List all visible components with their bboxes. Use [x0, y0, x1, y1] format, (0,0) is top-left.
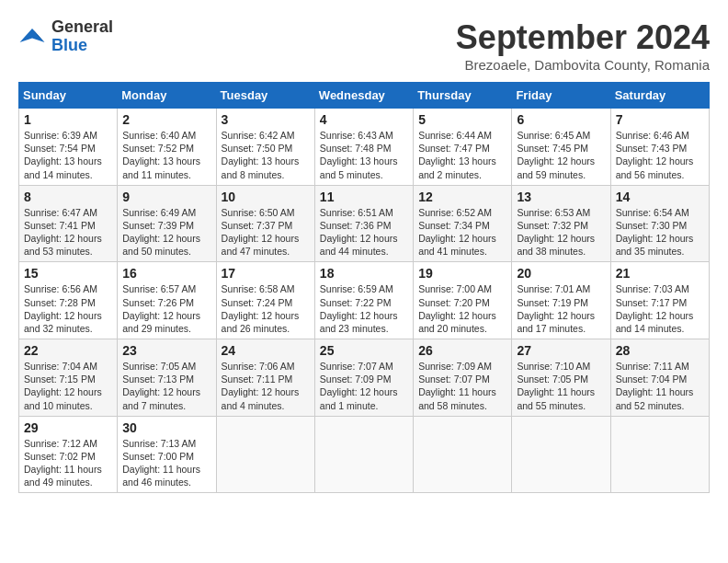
calendar-day-cell: 26Sunrise: 7:09 AMSunset: 7:07 PMDayligh…	[414, 339, 512, 417]
month-title: September 2024	[456, 18, 710, 57]
column-header-saturday: Saturday	[610, 83, 709, 109]
day-number: 7	[616, 112, 704, 127]
day-number: 22	[24, 343, 112, 358]
day-number: 26	[418, 343, 506, 358]
day-info: Sunrise: 7:10 AMSunset: 7:05 PMDaylight:…	[517, 360, 605, 412]
calendar-day-cell	[216, 416, 314, 493]
calendar-week-row: 29Sunrise: 7:12 AMSunset: 7:02 PMDayligh…	[19, 416, 710, 493]
calendar-day-cell: 8Sunrise: 6:47 AMSunset: 7:41 PMDaylight…	[19, 185, 118, 262]
logo-text: General Blue	[51, 18, 113, 55]
calendar-day-cell: 22Sunrise: 7:04 AMSunset: 7:15 PMDayligh…	[19, 339, 118, 417]
column-header-sunday: Sunday	[19, 83, 118, 109]
day-number: 12	[418, 190, 506, 204]
day-number: 5	[418, 112, 506, 127]
calendar-week-row: 8Sunrise: 6:47 AMSunset: 7:41 PMDaylight…	[19, 185, 710, 262]
calendar-day-cell: 21Sunrise: 7:03 AMSunset: 7:17 PMDayligh…	[610, 262, 709, 339]
calendar-day-cell: 4Sunrise: 6:43 AMSunset: 7:48 PMDaylight…	[314, 109, 413, 186]
day-info: Sunrise: 6:39 AMSunset: 7:54 PMDaylight:…	[24, 129, 112, 181]
calendar-day-cell: 7Sunrise: 6:46 AMSunset: 7:43 PMDaylight…	[610, 109, 709, 186]
day-number: 11	[320, 190, 408, 204]
column-header-monday: Monday	[118, 83, 216, 109]
day-info: Sunrise: 6:54 AMSunset: 7:30 PMDaylight:…	[616, 206, 704, 259]
calendar-day-cell: 9Sunrise: 6:49 AMSunset: 7:39 PMDaylight…	[118, 185, 216, 262]
calendar-day-cell: 2Sunrise: 6:40 AMSunset: 7:52 PMDaylight…	[118, 109, 216, 186]
day-number: 28	[616, 343, 704, 358]
day-info: Sunrise: 7:06 AMSunset: 7:11 PMDaylight:…	[222, 360, 310, 412]
calendar-day-cell: 23Sunrise: 7:05 AMSunset: 7:13 PMDayligh…	[118, 339, 216, 417]
day-number: 3	[222, 112, 310, 127]
day-number: 2	[122, 112, 210, 127]
day-info: Sunrise: 6:46 AMSunset: 7:43 PMDaylight:…	[616, 129, 704, 181]
calendar-day-cell: 18Sunrise: 6:59 AMSunset: 7:22 PMDayligh…	[314, 262, 413, 339]
calendar-header-row: SundayMondayTuesdayWednesdayThursdayFrid…	[19, 83, 710, 109]
day-number: 25	[320, 343, 408, 358]
calendar-table: SundayMondayTuesdayWednesdayThursdayFrid…	[18, 82, 710, 493]
day-info: Sunrise: 6:59 AMSunset: 7:22 PMDaylight:…	[320, 282, 408, 335]
column-header-wednesday: Wednesday	[314, 83, 413, 109]
day-info: Sunrise: 7:05 AMSunset: 7:13 PMDaylight:…	[122, 360, 210, 412]
page-header: General Blue September 2024 Brezoaele, D…	[18, 18, 710, 73]
day-info: Sunrise: 6:57 AMSunset: 7:26 PMDaylight:…	[122, 282, 210, 335]
day-number: 30	[122, 420, 210, 435]
calendar-day-cell: 19Sunrise: 7:00 AMSunset: 7:20 PMDayligh…	[414, 262, 512, 339]
calendar-day-cell: 6Sunrise: 6:45 AMSunset: 7:45 PMDaylight…	[512, 109, 610, 186]
day-number: 13	[517, 190, 605, 204]
day-info: Sunrise: 6:40 AMSunset: 7:52 PMDaylight:…	[122, 129, 210, 181]
day-number: 10	[222, 190, 310, 204]
calendar-day-cell: 17Sunrise: 6:58 AMSunset: 7:24 PMDayligh…	[216, 262, 314, 339]
day-info: Sunrise: 7:09 AMSunset: 7:07 PMDaylight:…	[418, 360, 506, 412]
calendar-day-cell: 14Sunrise: 6:54 AMSunset: 7:30 PMDayligh…	[610, 185, 709, 262]
calendar-day-cell: 5Sunrise: 6:44 AMSunset: 7:47 PMDaylight…	[414, 109, 512, 186]
logo: General Blue	[18, 18, 113, 55]
day-info: Sunrise: 7:01 AMSunset: 7:19 PMDaylight:…	[517, 282, 605, 335]
calendar-day-cell: 13Sunrise: 6:53 AMSunset: 7:32 PMDayligh…	[512, 185, 610, 262]
calendar-day-cell: 10Sunrise: 6:50 AMSunset: 7:37 PMDayligh…	[216, 185, 314, 262]
day-number: 16	[122, 266, 210, 281]
day-number: 6	[517, 112, 605, 127]
calendar-day-cell: 12Sunrise: 6:52 AMSunset: 7:34 PMDayligh…	[414, 185, 512, 262]
day-info: Sunrise: 7:03 AMSunset: 7:17 PMDaylight:…	[616, 282, 704, 335]
day-number: 23	[122, 343, 210, 358]
day-info: Sunrise: 6:58 AMSunset: 7:24 PMDaylight:…	[222, 282, 310, 335]
day-number: 1	[24, 112, 112, 127]
day-number: 14	[616, 190, 704, 204]
calendar-day-cell: 1Sunrise: 6:39 AMSunset: 7:54 PMDaylight…	[19, 109, 118, 186]
day-info: Sunrise: 6:43 AMSunset: 7:48 PMDaylight:…	[320, 129, 408, 181]
calendar-day-cell: 20Sunrise: 7:01 AMSunset: 7:19 PMDayligh…	[512, 262, 610, 339]
day-info: Sunrise: 6:51 AMSunset: 7:36 PMDaylight:…	[320, 206, 408, 259]
calendar-day-cell: 27Sunrise: 7:10 AMSunset: 7:05 PMDayligh…	[512, 339, 610, 417]
day-number: 24	[222, 343, 310, 358]
calendar-day-cell	[512, 416, 610, 493]
calendar-day-cell: 30Sunrise: 7:13 AMSunset: 7:00 PMDayligh…	[118, 416, 216, 493]
day-number: 9	[122, 190, 210, 204]
calendar-day-cell: 15Sunrise: 6:56 AMSunset: 7:28 PMDayligh…	[19, 262, 118, 339]
day-info: Sunrise: 7:13 AMSunset: 7:00 PMDaylight:…	[122, 437, 210, 489]
day-info: Sunrise: 6:49 AMSunset: 7:39 PMDaylight:…	[122, 206, 210, 259]
day-info: Sunrise: 7:11 AMSunset: 7:04 PMDaylight:…	[616, 360, 704, 412]
title-block: September 2024 Brezoaele, Dambovita Coun…	[456, 18, 710, 73]
day-number: 27	[517, 343, 605, 358]
day-number: 8	[24, 190, 112, 204]
day-info: Sunrise: 7:12 AMSunset: 7:02 PMDaylight:…	[24, 437, 112, 489]
day-info: Sunrise: 6:53 AMSunset: 7:32 PMDaylight:…	[517, 206, 605, 259]
calendar-week-row: 15Sunrise: 6:56 AMSunset: 7:28 PMDayligh…	[19, 262, 710, 339]
day-info: Sunrise: 7:04 AMSunset: 7:15 PMDaylight:…	[24, 360, 112, 412]
day-info: Sunrise: 6:52 AMSunset: 7:34 PMDaylight:…	[418, 206, 506, 259]
day-info: Sunrise: 6:56 AMSunset: 7:28 PMDaylight:…	[24, 282, 112, 335]
day-info: Sunrise: 7:00 AMSunset: 7:20 PMDaylight:…	[418, 282, 506, 335]
day-number: 29	[24, 420, 112, 435]
column-header-friday: Friday	[512, 83, 610, 109]
calendar-day-cell	[414, 416, 512, 493]
day-number: 15	[24, 266, 112, 281]
day-info: Sunrise: 6:44 AMSunset: 7:47 PMDaylight:…	[418, 129, 506, 181]
location: Brezoaele, Dambovita County, Romania	[456, 57, 710, 73]
day-info: Sunrise: 6:45 AMSunset: 7:45 PMDaylight:…	[517, 129, 605, 181]
calendar-day-cell: 16Sunrise: 6:57 AMSunset: 7:26 PMDayligh…	[118, 262, 216, 339]
day-number: 4	[320, 112, 408, 127]
day-info: Sunrise: 6:47 AMSunset: 7:41 PMDaylight:…	[24, 206, 112, 259]
svg-marker-0	[20, 29, 45, 42]
day-number: 20	[517, 266, 605, 281]
logo-bird-icon	[18, 23, 46, 51]
calendar-day-cell: 29Sunrise: 7:12 AMSunset: 7:02 PMDayligh…	[19, 416, 118, 493]
column-header-thursday: Thursday	[414, 83, 512, 109]
